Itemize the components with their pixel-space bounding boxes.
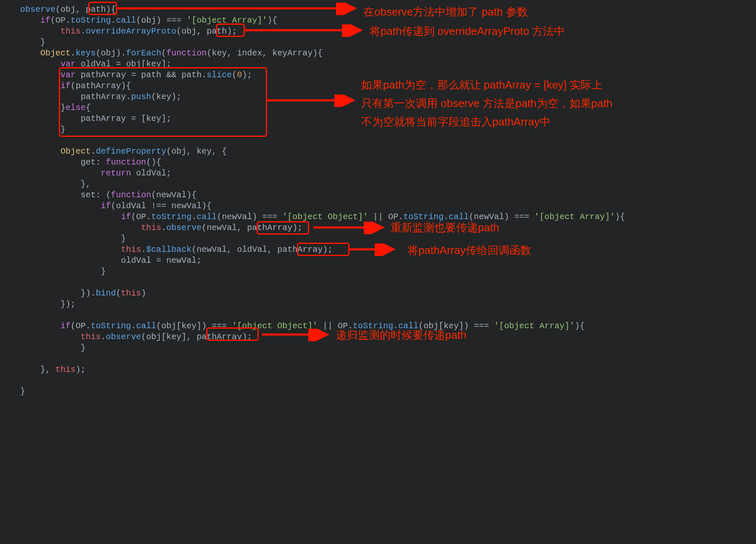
annotation-2: 将path传递到 overrideArrayProto 方法中 [370, 22, 565, 40]
arrow-5 [349, 243, 396, 256]
annotation-6: 递归监测的时候要传递path [336, 326, 467, 344]
annotation-3: 如果path为空，那么就让 pathArray = [key] 实际上 只有第一… [361, 76, 612, 131]
annotation-5: 将pathArray传给回调函数 [407, 241, 531, 259]
arrow-6 [262, 329, 329, 341]
arrow-4 [313, 222, 385, 234]
annotation-4: 重新监测也要传递path [391, 218, 499, 237]
arrow-3 [267, 94, 355, 107]
annotation-1: 在observe方法中增加了 path 参数 [363, 3, 528, 21]
arrow-1 [118, 3, 357, 15]
arrow-2 [245, 24, 363, 37]
